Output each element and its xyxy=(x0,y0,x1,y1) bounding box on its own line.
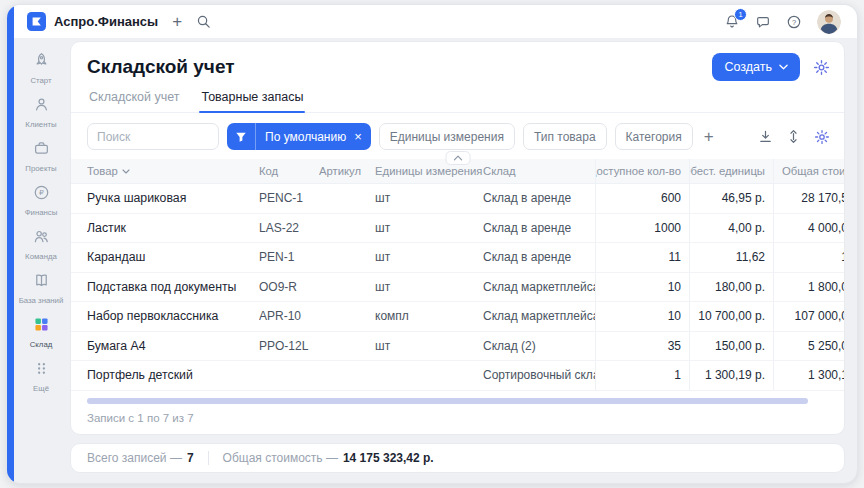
tab-product-stocks[interactable]: Товарные запасы xyxy=(199,90,305,112)
book-icon xyxy=(33,272,50,293)
more-dots-icon xyxy=(33,360,50,381)
sidebar-item-more[interactable]: Ещё xyxy=(16,355,66,399)
cell-total-cost: 4 000,0 xyxy=(773,214,845,243)
cell-warehouse: Склад в аренде xyxy=(483,243,595,272)
notifications-button[interactable]: 1 xyxy=(724,14,740,30)
filter-chip-units[interactable]: Единицы измерения xyxy=(379,123,515,150)
download-icon[interactable] xyxy=(758,129,773,144)
cell-sku xyxy=(319,243,375,272)
sidebar-item-clients[interactable]: Клиенты xyxy=(16,91,66,135)
cell-total-cost: 1 300,1 xyxy=(773,361,845,390)
tabs: Складской учет Товарные запасы xyxy=(71,81,844,113)
column-header-sku[interactable]: Артикул xyxy=(319,159,375,183)
cell-product: Подставка под документы xyxy=(87,273,259,302)
sidebar-item-finance[interactable]: ₽ Финансы xyxy=(16,179,66,223)
cell-warehouse: Склад маркетплейса xyxy=(483,273,595,302)
app-logo-icon xyxy=(27,12,46,31)
cell-available-qty: 1 xyxy=(595,361,689,390)
records-info: Записи с 1 по 7 из 7 xyxy=(71,404,844,434)
cell-warehouse: Склад в аренде xyxy=(483,184,595,213)
default-filter-pill[interactable]: По умолчанию × xyxy=(227,123,371,150)
cell-total-cost: 28 170,5 xyxy=(773,184,845,213)
cell-warehouse: Сортировочный скла xyxy=(483,361,595,390)
app-body: Старт Клиенты Проекты ₽ Финансы Команда … xyxy=(14,39,857,483)
column-header-code[interactable]: Код xyxy=(259,159,319,183)
sidebar-item-warehouse[interactable]: Склад xyxy=(16,311,66,355)
cell-product: Ручка шариковая xyxy=(87,184,259,213)
page-settings-gear-icon[interactable] xyxy=(813,59,830,76)
cell-sku xyxy=(319,332,375,361)
total-cost: Общая стоимость — 14 175 323,42 р. xyxy=(223,451,434,465)
cell-warehouse: Склад в аренде xyxy=(483,214,595,243)
table-row[interactable]: Набор первоклассника APR-10 компл Склад … xyxy=(71,302,844,332)
chat-icon[interactable] xyxy=(755,14,771,30)
funnel-icon[interactable] xyxy=(227,123,256,150)
collapse-panel-button[interactable] xyxy=(445,151,470,165)
create-button[interactable]: Создать xyxy=(712,53,800,81)
cell-unit xyxy=(375,361,483,390)
sidebar-item-label: Финансы xyxy=(25,208,58,217)
cell-code: LAS-22 xyxy=(259,214,319,243)
filter-chip-product-type[interactable]: Тип товара xyxy=(523,123,607,150)
cell-warehouse: Склад маркетплейса xyxy=(483,302,595,331)
accent-strip xyxy=(7,5,14,483)
cell-unit: шт xyxy=(375,243,483,272)
sidebar-item-projects[interactable]: Проекты xyxy=(16,135,66,179)
cell-code xyxy=(259,361,319,390)
column-header-product[interactable]: Товар xyxy=(87,159,259,183)
table-row[interactable]: Портфель детский Сортировочный скла 1 1 … xyxy=(71,361,844,391)
tab-warehouse-accounting[interactable]: Складской учет xyxy=(87,90,181,112)
cell-unit: компл xyxy=(375,302,483,331)
sidebar-item-team[interactable]: Команда xyxy=(16,223,66,267)
help-icon[interactable]: ? xyxy=(786,14,802,30)
cell-unit-cost: 11,62 xyxy=(689,243,773,272)
cell-total-cost: 5 250,0 xyxy=(773,332,845,361)
sidebar-item-label: Команда xyxy=(25,252,57,261)
cell-code: APR-10 xyxy=(259,302,319,331)
quick-add-button[interactable]: + xyxy=(172,13,182,30)
search-icon[interactable] xyxy=(196,14,211,29)
column-header-unit-cost[interactable]: Себест. единицы xyxy=(689,159,773,183)
table: Товар Код Артикул Единицы измерения Скла… xyxy=(71,159,844,434)
table-row[interactable]: Ручка шариковая PENC-1 шт Склад в аренде… xyxy=(71,184,844,214)
column-header-available-qty[interactable]: Доступное кол-во xyxy=(595,159,689,183)
expand-rows-icon[interactable] xyxy=(786,129,801,144)
add-filter-button[interactable]: + xyxy=(701,128,717,145)
main-area: Складской учет Создать Складской учет То… xyxy=(68,39,857,483)
column-header-total-cost[interactable]: Общая стоимость xyxy=(773,159,845,183)
svg-text:?: ? xyxy=(792,17,796,26)
cell-unit-cost: 1 300,19 р. xyxy=(689,361,773,390)
page-header: Складской учет Создать xyxy=(71,42,844,81)
user-avatar[interactable] xyxy=(817,10,841,34)
cell-unit: шт xyxy=(375,184,483,213)
sidebar-item-knowledge-base[interactable]: База знаний xyxy=(16,267,66,311)
sidebar: Старт Клиенты Проекты ₽ Финансы Команда … xyxy=(14,39,68,483)
sort-chevron-icon xyxy=(122,169,130,174)
briefcase-icon xyxy=(33,140,50,161)
notification-badge: 1 xyxy=(734,8,747,21)
sidebar-item-label: Проекты xyxy=(25,164,56,173)
table-settings-gear-icon[interactable] xyxy=(814,129,830,145)
filter-chip-category[interactable]: Категория xyxy=(615,123,693,150)
team-icon xyxy=(33,228,50,249)
table-body: Ручка шариковая PENC-1 шт Склад в аренде… xyxy=(71,184,844,391)
table-row[interactable]: Карандаш PEN-1 шт Склад в аренде 11 11,6… xyxy=(71,243,844,273)
table-row[interactable]: Бумага А4 PPO-12L шт Склад (2) 35 150,00… xyxy=(71,332,844,362)
cell-code: PENC-1 xyxy=(259,184,319,213)
remove-filter-icon[interactable]: × xyxy=(353,130,371,143)
total-records-value: 7 xyxy=(187,451,194,465)
page-title: Складской учет xyxy=(87,56,235,78)
svg-text:₽: ₽ xyxy=(39,188,44,197)
cell-available-qty: 10 xyxy=(595,302,689,331)
search-input[interactable] xyxy=(87,123,219,150)
table-row[interactable]: Подставка под документы OO9-R шт Склад м… xyxy=(71,273,844,303)
table-row[interactable]: Ластик LAS-22 шт Склад в аренде 1000 4,0… xyxy=(71,214,844,244)
brand[interactable]: Аспро.Финансы xyxy=(27,12,158,31)
cell-code: OO9-R xyxy=(259,273,319,302)
cell-total-cost: 1 800,0 xyxy=(773,273,845,302)
cell-product: Ластик xyxy=(87,214,259,243)
sidebar-item-start[interactable]: Старт xyxy=(16,47,66,91)
column-header-warehouse[interactable]: Склад xyxy=(483,159,595,183)
warehouse-boxes-icon xyxy=(33,316,50,337)
sidebar-item-label: Склад xyxy=(30,340,53,349)
